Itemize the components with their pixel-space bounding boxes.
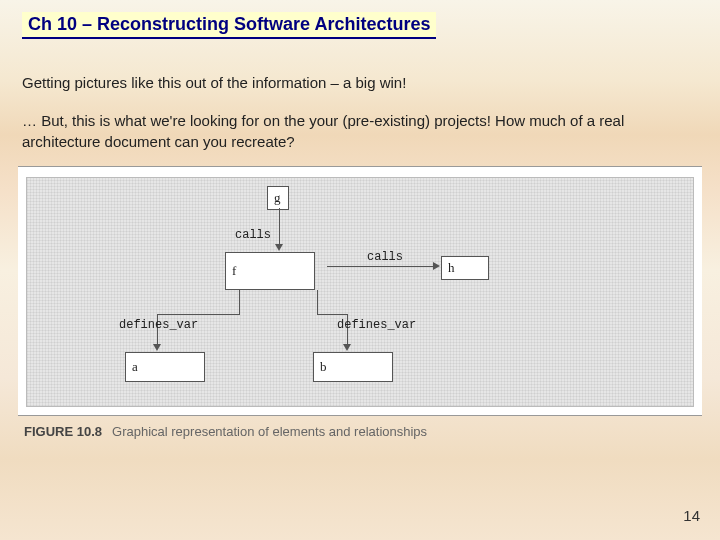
node-b: b <box>313 352 393 382</box>
node-h: h <box>441 256 489 280</box>
edge-h-b-v <box>317 290 318 314</box>
diagram: g calls f calls h defines_var <box>26 177 694 407</box>
edge-h-b-h <box>317 314 347 315</box>
figure-frame: g calls f calls h defines_var <box>18 166 702 416</box>
arrowhead-f-h <box>433 262 440 270</box>
edge-label-g-f: calls <box>235 228 271 242</box>
edge-g-f <box>279 208 280 244</box>
body-paragraph-1: Getting pictures like this out of the in… <box>22 73 698 93</box>
slide-title: Ch 10 – Reconstructing Software Architec… <box>22 12 436 39</box>
edge-label-f-h: calls <box>367 250 403 264</box>
edge-f-a-v <box>239 290 240 314</box>
edge-label-h-b: defines_var <box>337 318 416 332</box>
figure: g calls f calls h defines_var <box>18 166 702 441</box>
edge-f-h <box>327 266 433 267</box>
body-paragraph-2: … But, this is what we're looking for on… <box>22 111 698 152</box>
edge-f-a-h <box>157 314 240 315</box>
node-f: f <box>225 252 315 290</box>
figure-caption: FIGURE 10.8Graphical representation of e… <box>18 416 702 441</box>
node-a: a <box>125 352 205 382</box>
arrowhead-h-b <box>343 344 351 351</box>
arrowhead-f-a <box>153 344 161 351</box>
node-g: g <box>267 186 289 210</box>
edge-label-f-a: defines_var <box>119 318 198 332</box>
arrowhead-g-f <box>275 244 283 251</box>
page-number: 14 <box>683 507 700 524</box>
figure-label: FIGURE 10.8 <box>24 424 102 439</box>
figure-caption-text: Graphical representation of elements and… <box>112 424 427 439</box>
